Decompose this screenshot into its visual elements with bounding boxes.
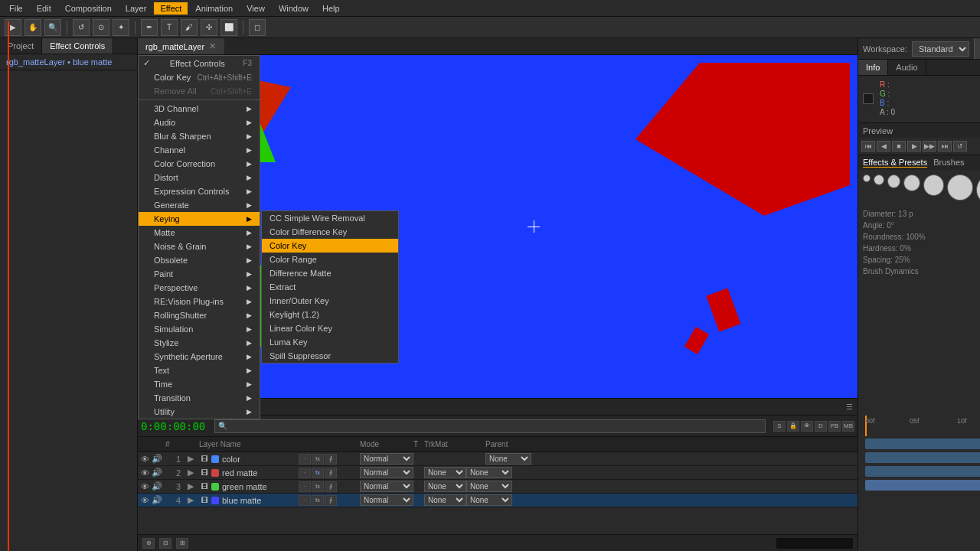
status-btn2[interactable]: ⊟ — [159, 538, 172, 549]
menu-obsolete[interactable]: Obsolete ▶ — [139, 253, 260, 267]
layer-4-sw-mb[interactable]: ∮ — [325, 495, 337, 506]
submenu-linear-color-key[interactable]: Linear Color Key — [262, 321, 398, 335]
toolbar-rotate[interactable]: ↺ — [73, 19, 90, 36]
toggle-draft[interactable]: D — [815, 421, 827, 432]
layer-1-sw-mb[interactable]: ∮ — [325, 454, 337, 465]
layer-1-sw-fx[interactable]: fx — [312, 454, 324, 465]
menu-text[interactable]: Text ▶ — [139, 364, 260, 377]
menu-revision[interactable]: RE:Vision Plug-ins ▶ — [139, 295, 260, 308]
layer-2-sw-fx[interactable]: fx — [312, 468, 324, 478]
menu-keying[interactable]: Keying ▶ CC Simple Wire Removal Color Di… — [139, 212, 260, 226]
menu-3d-channel[interactable]: 3D Channel ▶ — [139, 102, 260, 116]
submenu-inner-outer-key[interactable]: Inner/Outer Key — [262, 294, 398, 308]
tab-project[interactable]: Project — [0, 38, 42, 54]
layer-2-parent[interactable]: None — [466, 467, 512, 478]
status-btn1[interactable]: ⊕ — [142, 538, 155, 549]
menu-paint[interactable]: Paint ▶ — [139, 267, 260, 281]
toolbar-camera[interactable]: ⊙ — [93, 19, 109, 36]
menu-simulation[interactable]: Simulation ▶ — [139, 322, 260, 336]
submenu-color-diff-key[interactable]: Color Difference Key — [262, 225, 398, 239]
toolbar-shape[interactable]: ◻ — [249, 19, 266, 36]
layer-4-expand[interactable]: ▶ — [184, 495, 198, 505]
submenu-extract[interactable]: Extract — [262, 280, 398, 294]
layer-1-parent[interactable]: None — [485, 453, 531, 465]
brush-swatch-4[interactable] — [903, 174, 920, 191]
layer-2-mode[interactable]: Normal — [360, 467, 413, 478]
menu-color-correction[interactable]: Color Correction ▶ — [139, 157, 260, 171]
submenu-color-key[interactable]: Color Key — [262, 239, 398, 253]
menu-effect[interactable]: Effect — [154, 2, 188, 15]
menu-window[interactable]: Window — [273, 2, 315, 15]
layer-4-audio[interactable]: 🔊 — [152, 495, 165, 505]
toggle-motion-blur[interactable]: MB — [842, 421, 854, 432]
brush-swatch-2[interactable] — [874, 174, 884, 185]
layer-1-mode[interactable]: Normal — [360, 453, 413, 465]
comp-tab-rgb[interactable]: rgb_matteLayer ✕ — [138, 38, 224, 54]
layer-3-trkmat[interactable]: None — [424, 481, 466, 492]
menu-utility[interactable]: Utility ▶ — [139, 405, 260, 419]
menu-color-key[interactable]: Color Key Ctrl+Alt+Shift+E — [139, 70, 260, 84]
layer-1-vis[interactable]: 👁 — [138, 455, 152, 464]
tab-effect-controls[interactable]: Effect Controls — [42, 38, 113, 54]
layer-3-vis[interactable]: 👁 — [138, 482, 152, 491]
toolbar-zoom[interactable]: 🔍 — [44, 19, 61, 36]
layer-4-sw-fx[interactable]: fx — [312, 495, 324, 506]
submenu-cc-simple-wire[interactable]: CC Simple Wire Removal — [262, 211, 398, 225]
tab-brushes[interactable]: Brushes — [933, 158, 964, 168]
preview-loop[interactable]: ↺ — [953, 141, 967, 152]
workspace-select[interactable]: Standard — [912, 41, 969, 57]
layer-3-expand[interactable]: ▶ — [184, 481, 198, 491]
layer-1-expand[interactable]: ▶ — [184, 454, 198, 464]
menu-edit[interactable]: Edit — [31, 2, 57, 15]
menu-channel[interactable]: Channel ▶ — [139, 143, 260, 157]
layer-2-expand[interactable]: ▶ — [184, 468, 198, 478]
toggle-solo[interactable]: S — [773, 421, 786, 432]
layer-3-parent[interactable]: None — [466, 481, 512, 492]
toolbar-text[interactable]: T — [161, 19, 178, 36]
toolbar-brush[interactable]: 🖌 — [181, 19, 198, 36]
menu-blur-sharpen[interactable]: Blur & Sharpen ▶ — [139, 129, 260, 143]
submenu-spill-suppressor[interactable]: Spill Suppressor — [262, 349, 398, 363]
layer-3-sw-fx[interactable]: fx — [312, 481, 324, 492]
submenu-keylight[interactable]: Keylight (1.2) — [262, 308, 398, 321]
toolbar-eraser[interactable]: ⬜ — [220, 19, 237, 36]
zoom-bar[interactable] — [776, 538, 853, 549]
menu-rollingshutter[interactable]: RollingShutter ▶ — [139, 308, 260, 322]
brush-swatch-1[interactable] — [863, 174, 871, 182]
layer-2-vis[interactable]: 👁 — [138, 468, 152, 478]
tab-effects-presets[interactable]: Effects & Presets — [863, 158, 927, 168]
menu-composition[interactable]: Composition — [59, 2, 118, 15]
layer-3-audio[interactable]: 🔊 — [152, 481, 165, 491]
layer-2-trkmat[interactable]: None — [424, 467, 466, 478]
menu-generate[interactable]: Generate ▶ — [139, 198, 260, 212]
timeline-search[interactable]: 🔍 — [214, 419, 766, 433]
layer-2-audio[interactable]: 🔊 — [152, 468, 165, 478]
tab-audio[interactable]: Audio — [888, 60, 926, 75]
layer-1-sw-solo[interactable]: · — [299, 454, 311, 465]
menu-synthetic-aperture[interactable]: Synthetic Aperture ▶ — [139, 350, 260, 364]
layer-3-sw-mb[interactable]: ∮ — [325, 481, 337, 492]
brush-swatch-6[interactable] — [947, 174, 972, 201]
toggle-frame-blend[interactable]: FB — [828, 421, 841, 432]
menu-layer[interactable]: Layer — [119, 2, 153, 15]
menu-distort[interactable]: Distort ▶ — [139, 171, 260, 184]
comp-tab-close[interactable]: ✕ — [209, 41, 216, 51]
menu-stylize[interactable]: Stylize ▶ — [139, 336, 260, 350]
layer-2-sw-solo[interactable]: · — [299, 468, 311, 478]
menu-matte[interactable]: Matte ▶ — [139, 226, 260, 240]
menu-file[interactable]: File — [3, 2, 29, 15]
toggle-shy[interactable]: 👁 — [801, 421, 813, 432]
submenu-luma-key[interactable]: Luma Key — [262, 335, 398, 349]
toolbar-hand[interactable]: ✋ — [24, 19, 41, 36]
submenu-difference-matte[interactable]: Difference Matte — [262, 266, 398, 280]
layer-4-vis[interactable]: 👁 — [138, 496, 152, 505]
toolbar-pen[interactable]: ✒ — [141, 19, 158, 36]
preview-forward[interactable]: ▶▶ — [923, 141, 936, 152]
menu-time[interactable]: Time ▶ — [139, 377, 260, 391]
menu-expression-controls[interactable]: Expression Controls ▶ — [139, 184, 260, 198]
menu-transition[interactable]: Transition ▶ — [139, 391, 260, 405]
preview-play[interactable]: ▶ — [907, 141, 921, 152]
layer-4-trkmat[interactable]: None — [424, 494, 466, 506]
layer-2-sw-mb[interactable]: ∮ — [325, 468, 337, 478]
brush-swatch-7[interactable] — [976, 174, 980, 205]
